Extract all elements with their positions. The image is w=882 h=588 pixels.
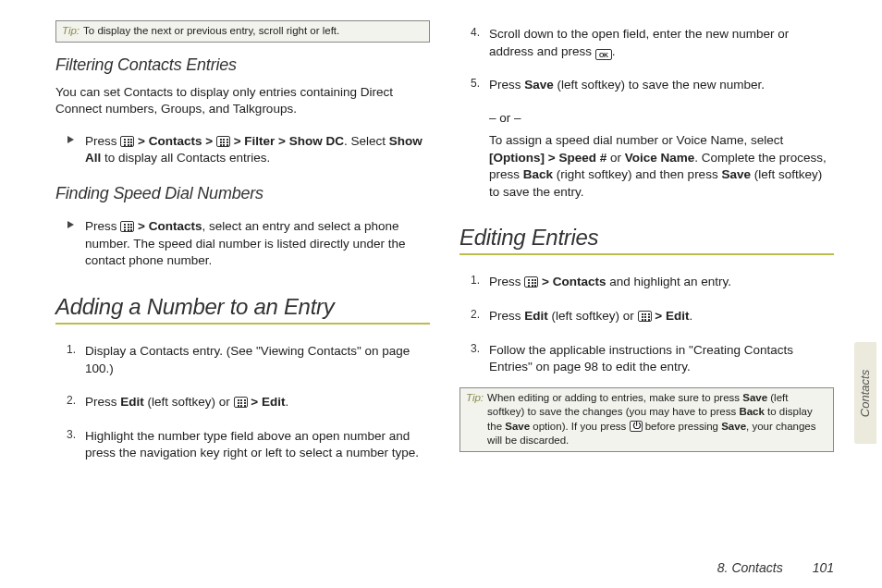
step-add-5b: To assign a speed dial number or Voice N… <box>467 132 834 202</box>
section-tab-label: Contacts <box>859 369 873 416</box>
bullet-arrow-icon <box>63 133 76 167</box>
text: Press <box>85 134 120 148</box>
label-contacts: Contacts <box>149 134 202 148</box>
text: option). If you press <box>530 421 629 432</box>
step-body: Display a Contacts entry. (See "Viewing … <box>85 343 430 377</box>
step-body: To assign a speed dial number or Voice N… <box>489 132 834 202</box>
step-body: Press Edit (left softkey) or > Edit. <box>489 308 834 325</box>
label-filter: Filter <box>244 134 275 148</box>
paragraph-filtering: You can set Contacts to display only ent… <box>55 84 430 118</box>
step-filtering: Press > Contacts > > Filter > Show DC. S… <box>63 133 430 167</box>
tip-label: Tip: <box>62 24 80 39</box>
label-save: Save <box>721 421 746 432</box>
menu-key-icon <box>234 397 248 408</box>
tip-body: When editing or adding to entries, make … <box>487 391 827 448</box>
right-column: 4. Scroll down to the open field, enter … <box>459 20 834 518</box>
text: Press <box>85 395 120 409</box>
step-speed-body: Press > Contacts, select an entry and se… <box>85 218 430 270</box>
label-edit: Edit <box>262 395 286 409</box>
text: (left softkey) or <box>548 309 638 323</box>
heading-adding-number: Adding a Number to an Entry <box>55 294 430 325</box>
section-tab: Contacts <box>854 342 876 444</box>
step-edit-2: 2. Press Edit (left softkey) or > Edit. <box>467 308 834 325</box>
step-add-5: 5. Press Save (left softkey) to save the… <box>467 77 834 94</box>
chevron-icon: > <box>138 219 145 233</box>
text: (left softkey) or <box>144 395 234 409</box>
ok-key-icon: OK <box>595 49 612 60</box>
or-separator: – or – <box>489 111 834 125</box>
menu-key-icon <box>524 276 538 288</box>
bullet-arrow-icon <box>63 218 76 270</box>
tip-body: To display the next or previous entry, s… <box>83 24 423 39</box>
step-body: Scroll down to the open field, enter the… <box>489 26 834 60</box>
text: Press <box>489 78 524 92</box>
label-voice-name: Voice Name <box>625 151 695 165</box>
chevron-icon: > <box>205 134 213 148</box>
text: (right softkey) and then press <box>553 167 721 181</box>
step-number: 3. <box>63 428 76 462</box>
end-key-icon <box>630 421 643 432</box>
page-footer: 8. Contacts 101 <box>717 560 834 575</box>
step-add-2: 2. Press Edit (left softkey) or > Edit. <box>63 394 430 411</box>
text: (left softkey) to save the new number. <box>554 78 765 92</box>
step-number <box>467 132 480 202</box>
step-number: 5. <box>467 77 480 94</box>
left-column: Tip: To display the next or previous ent… <box>55 20 430 518</box>
step-body: Press Edit (left softkey) or > Edit. <box>85 394 430 411</box>
text: . <box>689 309 692 323</box>
label-edit: Edit <box>524 309 548 323</box>
chevron-icon: > <box>234 134 241 148</box>
step-add-4: 4. Scroll down to the open field, enter … <box>467 26 834 60</box>
label-contacts: Contacts <box>553 275 606 288</box>
step-body: Press Save (left softkey) to save the ne… <box>489 77 834 94</box>
text: Scroll down to the open field, enter the… <box>489 27 789 58</box>
step-body: Press > Contacts and highlight an entry. <box>489 274 834 291</box>
chevron-icon: > <box>655 309 662 323</box>
text: Press <box>489 275 524 288</box>
footer-page-number: 101 <box>813 560 834 575</box>
text: Press <box>85 219 120 233</box>
step-number: 2. <box>63 394 76 411</box>
chevron-icon: > <box>138 134 145 148</box>
step-add-3: 3. Highlight the number type field above… <box>63 428 430 462</box>
text: or <box>606 151 625 165</box>
step-edit-1: 1. Press > Contacts and highlight an ent… <box>467 274 834 291</box>
text: . Select <box>344 134 389 148</box>
tip-box-scroll: Tip: To display the next or previous ent… <box>55 20 430 43</box>
label-back: Back <box>523 167 553 181</box>
tip-box-save: Tip: When editing or adding to entries, … <box>459 387 834 452</box>
step-filtering-body: Press > Contacts > > Filter > Show DC. S… <box>85 133 430 167</box>
page-content: Tip: To display the next or previous ent… <box>0 0 882 518</box>
step-number: 3. <box>467 342 480 376</box>
step-body: Follow the applicable instructions in "C… <box>489 342 834 376</box>
text: Press <box>489 309 524 323</box>
step-add-1: 1. Display a Contacts entry. (See "Viewi… <box>63 343 430 377</box>
label-save: Save <box>524 78 554 92</box>
chevron-icon: > <box>278 134 286 148</box>
text: and highlight an entry. <box>606 275 731 288</box>
text: . <box>612 44 616 58</box>
step-body: Highlight the number type field above an… <box>85 428 430 462</box>
chevron-icon: > <box>251 395 258 409</box>
label-speed-num: Speed # <box>558 151 606 165</box>
step-speed-dial: Press > Contacts, select an entry and se… <box>63 218 430 270</box>
label-options: [Options] <box>489 151 545 165</box>
label-back: Back <box>739 406 765 417</box>
menu-key-icon <box>216 136 230 147</box>
label-contacts: Contacts <box>149 219 202 233</box>
label-edit: Edit <box>120 395 144 409</box>
label-save: Save <box>505 421 530 432</box>
step-number: 2. <box>467 308 480 325</box>
tip-label: Tip: <box>466 391 484 448</box>
step-number: 1. <box>63 343 76 377</box>
menu-key-icon <box>120 221 134 232</box>
chevron-icon: > <box>542 275 549 288</box>
label-save: Save <box>721 167 751 181</box>
menu-key-icon <box>638 311 652 322</box>
text: to display all Contacts entries. <box>101 151 270 165</box>
label-save: Save <box>742 392 767 403</box>
step-number: 4. <box>467 26 480 60</box>
text: To assign a speed dial number or Voice N… <box>489 133 783 147</box>
text: . <box>285 395 288 409</box>
text: When editing or adding to entries, make … <box>487 392 742 403</box>
